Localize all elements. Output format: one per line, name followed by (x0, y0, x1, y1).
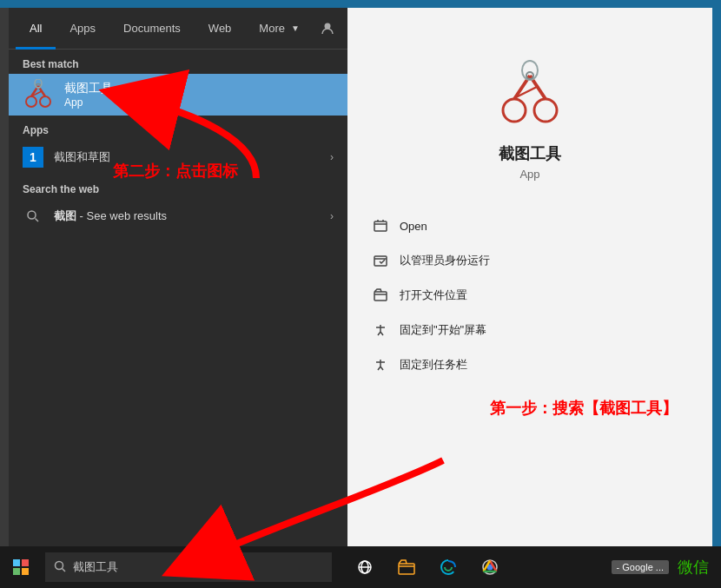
svg-point-1 (26, 96, 36, 107)
best-match-subtitle: App (64, 96, 334, 109)
scissors-icon-sm (23, 79, 54, 110)
chevron-down-icon: ▼ (291, 23, 300, 33)
results-area: Best match (9, 50, 347, 546)
best-match-header: Best match (9, 50, 347, 74)
search-icon (54, 560, 66, 575)
taskbar: 截图工具 (0, 546, 721, 588)
tab-all[interactable]: All (16, 8, 56, 50)
action-admin[interactable]: 以管理员身份运行 (361, 243, 698, 278)
web-search-item[interactable]: 截图 - See web results › (9, 199, 347, 234)
best-match-item[interactable]: 截图工具 App (9, 74, 347, 116)
left-gray-strip (0, 8, 9, 546)
right-app-type: App (519, 168, 539, 181)
best-match-title: 截图工具 (64, 81, 334, 96)
google-badge: - Google ... (612, 560, 669, 574)
svg-point-10 (503, 99, 526, 122)
svg-rect-18 (374, 256, 387, 266)
action-open-text: Open (400, 220, 427, 233)
action-open[interactable]: Open (361, 208, 698, 243)
windows-logo-icon (13, 559, 29, 575)
wechat-icon: 微信 (678, 557, 709, 578)
app-icon-large (495, 60, 565, 129)
action-pin-start-text: 固定到"开始"屏幕 (400, 322, 486, 338)
start-menu: All Apps Documents Web More ▼ (0, 8, 712, 546)
search-web-icon (23, 206, 43, 227)
start-button[interactable] (0, 546, 42, 588)
app-icon-box: 1 (23, 147, 43, 168)
wechat-button[interactable]: 微信 (674, 548, 712, 586)
taskbar-center-icons (346, 548, 509, 586)
svg-point-2 (40, 96, 50, 107)
apps-section-header: Apps (9, 116, 347, 140)
folder-icon (372, 287, 389, 304)
svg-point-8 (28, 211, 36, 219)
app-item-arrow: › (330, 151, 334, 163)
tab-more[interactable]: More ▼ (245, 8, 314, 50)
svg-line-21 (63, 568, 66, 571)
right-panel: 截图工具 App Open (347, 8, 712, 546)
web-search-text: 截图 - See web results (54, 208, 330, 224)
action-admin-text: 以管理员身份运行 (400, 253, 490, 268)
svg-rect-19 (374, 292, 387, 301)
search-web-header: Search the web (9, 175, 347, 199)
taskbar-search-text: 截图工具 (73, 559, 118, 575)
svg-point-11 (534, 99, 557, 122)
svg-point-20 (56, 561, 63, 569)
best-match-text: 截图工具 App (64, 81, 334, 109)
action-pin-taskbar-text: 固定到任务栏 (400, 357, 467, 373)
action-pin-start[interactable]: 固定到"开始"屏幕 (361, 313, 698, 347)
app-item-jietu[interactable]: 1 截图和草图 › (9, 140, 347, 175)
action-file-location[interactable]: 打开文件位置 (361, 278, 698, 313)
person-icon-btn[interactable] (314, 15, 341, 43)
taskbar-right: - Google ... 微信 (612, 548, 721, 586)
action-file-location-text: 打开文件位置 (400, 287, 467, 303)
task-view-button[interactable] (346, 548, 384, 586)
tab-bar: All Apps Documents Web More ▼ (9, 8, 347, 50)
tab-documents[interactable]: Documents (109, 8, 195, 50)
svg-rect-25 (399, 564, 414, 574)
edge-browser-button[interactable] (429, 548, 467, 586)
action-list: Open 以管理员身份运行 (347, 208, 712, 382)
open-icon (372, 217, 389, 235)
right-app-name: 截图工具 (499, 143, 561, 164)
file-explorer-button[interactable] (387, 548, 426, 586)
taskbar-search-bar[interactable]: 截图工具 (45, 552, 332, 582)
chrome-button[interactable] (471, 548, 509, 586)
admin-icon (372, 252, 389, 269)
svg-rect-17 (374, 221, 387, 231)
tab-web[interactable]: Web (195, 8, 246, 50)
tab-apps[interactable]: Apps (56, 8, 109, 50)
web-arrow: › (330, 210, 334, 222)
app-item-text: 截图和草图 (54, 149, 330, 165)
desktop: All Apps Documents Web More ▼ (0, 0, 721, 588)
pin-start-icon (372, 321, 389, 339)
left-panel: All Apps Documents Web More ▼ (9, 8, 347, 546)
action-pin-taskbar[interactable]: 固定到任务栏 (361, 347, 698, 382)
svg-line-9 (36, 219, 39, 222)
pin-taskbar-icon (372, 356, 389, 373)
